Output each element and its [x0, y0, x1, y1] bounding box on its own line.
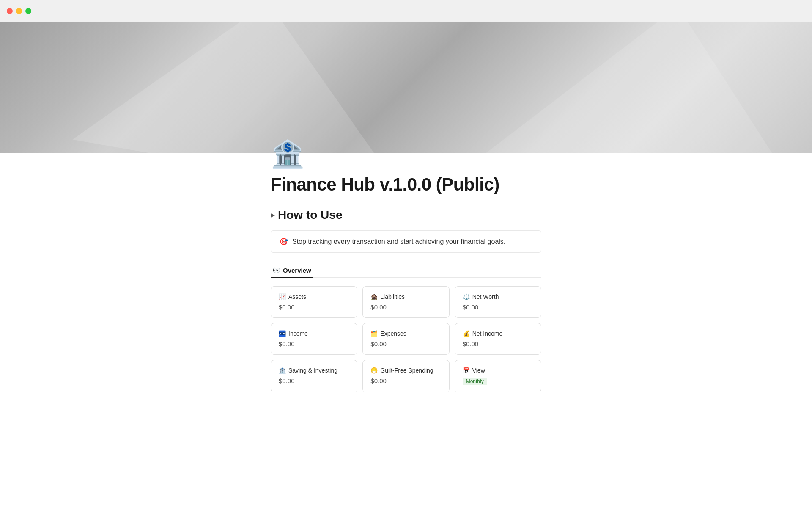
card-badge: Monthly — [463, 378, 487, 385]
card-guilt-free-spending[interactable]: 😁Guilt-Free Spending$0.00 — [362, 360, 449, 392]
card-saving--investing[interactable]: 🏦Saving & Investing$0.00 — [271, 360, 357, 392]
page-inner: 🏦 Finance Hub v.1.0.0 (Public) ▸ How to … — [254, 141, 558, 392]
card-icon: 🏚️ — [370, 293, 378, 300]
page-icon: 🏦 — [271, 141, 541, 168]
tab-bar: 👀 Overview — [271, 263, 541, 278]
card-value: Monthly — [463, 377, 533, 385]
card-title: 💰Net Income — [463, 330, 533, 337]
card-icon: 💰 — [463, 330, 470, 337]
card-value: $0.00 — [463, 340, 533, 348]
card-title-text: Saving & Investing — [288, 367, 337, 374]
page-title: Finance Hub v.1.0.0 (Public) — [271, 174, 541, 195]
section-title: How to Use — [278, 208, 342, 222]
card-title-text: Net Worth — [472, 293, 499, 300]
maximize-button[interactable] — [25, 8, 31, 14]
card-icon: 🗂️ — [370, 330, 378, 337]
card-icon: 🏦 — [279, 367, 286, 374]
card-icon: 📅 — [463, 367, 470, 374]
how-to-use-section[interactable]: ▸ How to Use — [271, 208, 541, 222]
card-title: 📅View — [463, 367, 533, 374]
card-icon: 😁 — [370, 367, 378, 374]
card-value: $0.00 — [463, 304, 533, 311]
card-value: $0.00 — [370, 377, 441, 384]
tab-overview-icon: 👀 — [272, 266, 280, 274]
card-value: $0.00 — [370, 304, 441, 311]
card-title-text: Guilt-Free Spending — [380, 367, 433, 374]
card-value: $0.00 — [279, 304, 349, 311]
cards-grid: 📈Assets$0.00🏚️Liabilities$0.00⚖️Net Wort… — [271, 286, 541, 392]
content-area: 🏦 Finance Hub v.1.0.0 (Public) ▸ How to … — [0, 141, 812, 426]
card-title-text: Income — [288, 330, 308, 337]
tab-overview-label: Overview — [283, 267, 311, 274]
card-assets[interactable]: 📈Assets$0.00 — [271, 286, 357, 318]
hero-banner — [0, 22, 812, 153]
card-title: 📈Assets — [279, 293, 349, 300]
card-expenses[interactable]: 🗂️Expenses$0.00 — [362, 323, 449, 355]
card-title-text: Assets — [288, 293, 306, 300]
card-title: 🏦Saving & Investing — [279, 367, 349, 374]
card-title-text: Expenses — [380, 330, 406, 337]
info-box-text: Stop tracking every transaction and star… — [292, 238, 505, 246]
card-value: $0.00 — [279, 340, 349, 348]
card-value: $0.00 — [370, 340, 441, 348]
close-button[interactable] — [7, 8, 13, 14]
card-icon: 📈 — [279, 293, 286, 300]
card-liabilities[interactable]: 🏚️Liabilities$0.00 — [362, 286, 449, 318]
tab-overview[interactable]: 👀 Overview — [271, 263, 313, 277]
card-net-income[interactable]: 💰Net Income$0.00 — [455, 323, 541, 355]
card-income[interactable]: 🏧Income$0.00 — [271, 323, 357, 355]
card-view[interactable]: 📅ViewMonthly — [455, 360, 541, 392]
title-bar — [0, 0, 812, 22]
info-box-icon: 🎯 — [280, 237, 288, 246]
card-title: ⚖️Net Worth — [463, 293, 533, 300]
card-icon: ⚖️ — [463, 293, 470, 300]
card-title-text: Liabilities — [380, 293, 405, 300]
card-title-text: Net Income — [472, 330, 503, 337]
card-icon: 🏧 — [279, 330, 286, 337]
card-title: 🗂️Expenses — [370, 330, 441, 337]
section-toggle-icon: ▸ — [271, 210, 274, 220]
minimize-button[interactable] — [16, 8, 22, 14]
info-box: 🎯 Stop tracking every transaction and st… — [271, 230, 541, 253]
card-title: 🏚️Liabilities — [370, 293, 441, 300]
card-title: 😁Guilt-Free Spending — [370, 367, 441, 374]
card-title-text: View — [472, 367, 485, 374]
card-net-worth[interactable]: ⚖️Net Worth$0.00 — [455, 286, 541, 318]
card-title: 🏧Income — [279, 330, 349, 337]
card-value: $0.00 — [279, 377, 349, 384]
